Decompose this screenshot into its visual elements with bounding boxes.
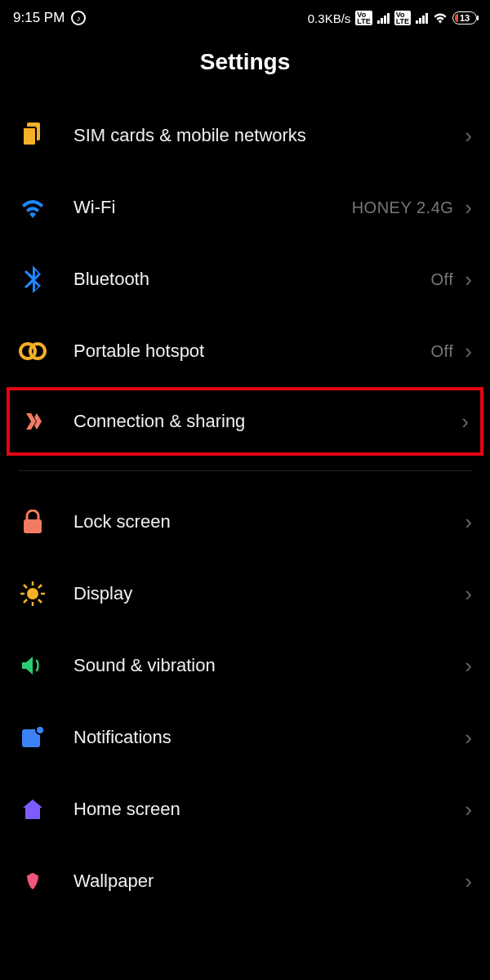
row-wallpaper[interactable]: Wallpaper › bbox=[0, 845, 490, 917]
row-label: SIM cards & mobile networks bbox=[74, 125, 465, 146]
hotspot-icon bbox=[18, 341, 47, 361]
connection-sharing-icon bbox=[21, 410, 51, 433]
row-value: HONEY 2.4G bbox=[352, 198, 454, 217]
row-label: Notifications bbox=[74, 727, 465, 748]
row-label: Connection & sharing bbox=[74, 411, 461, 432]
row-value: Off bbox=[431, 270, 454, 289]
row-notifications[interactable]: Notifications › bbox=[0, 702, 490, 773]
status-left: 9:15 PM ♪ bbox=[13, 10, 86, 26]
svg-line-13 bbox=[38, 585, 42, 588]
row-lock-screen[interactable]: Lock screen › bbox=[0, 486, 490, 558]
bluetooth-icon bbox=[18, 265, 47, 293]
chevron-right-icon: › bbox=[465, 511, 472, 532]
chevron-right-icon: › bbox=[461, 411, 469, 432]
row-wifi[interactable]: Wi-Fi HONEY 2.4G › bbox=[0, 172, 490, 243]
svg-rect-1 bbox=[23, 127, 36, 145]
chevron-right-icon: › bbox=[465, 125, 472, 146]
status-time: 9:15 PM bbox=[13, 10, 65, 26]
chevron-right-icon: › bbox=[465, 197, 472, 218]
notifications-icon bbox=[18, 726, 47, 749]
sound-icon bbox=[18, 655, 47, 676]
wifi-icon bbox=[18, 197, 47, 218]
chevron-right-icon: › bbox=[465, 583, 472, 604]
row-sim-cards[interactable]: SIM cards & mobile networks › bbox=[0, 100, 490, 172]
row-display[interactable]: Display › bbox=[0, 558, 490, 630]
home-icon bbox=[18, 798, 47, 821]
status-bar: 9:15 PM ♪ 0.3KB/s VoLTE VoLTE 13 bbox=[0, 0, 490, 33]
row-home-screen[interactable]: Home screen › bbox=[0, 773, 490, 845]
battery-icon: 13 bbox=[452, 11, 477, 24]
chevron-right-icon: › bbox=[465, 871, 472, 892]
row-hotspot[interactable]: Portable hotspot Off › bbox=[0, 315, 490, 387]
music-icon: ♪ bbox=[71, 11, 86, 25]
section-divider bbox=[18, 470, 472, 471]
row-value: Off bbox=[431, 342, 454, 361]
wallpaper-icon bbox=[18, 870, 47, 893]
row-label: Wi-Fi bbox=[74, 197, 352, 218]
row-sound[interactable]: Sound & vibration › bbox=[0, 630, 490, 702]
chevron-right-icon: › bbox=[465, 341, 472, 362]
svg-point-5 bbox=[27, 588, 38, 599]
chevron-right-icon: › bbox=[465, 799, 472, 820]
svg-point-15 bbox=[36, 726, 44, 734]
signal-icon-2 bbox=[416, 12, 428, 24]
row-label: Bluetooth bbox=[74, 269, 431, 290]
row-connection-sharing[interactable]: Connection & sharing › bbox=[7, 387, 483, 456]
svg-point-3 bbox=[30, 344, 45, 359]
row-label: Home screen bbox=[74, 799, 465, 820]
data-rate: 0.3KB/s bbox=[308, 11, 351, 25]
chevron-right-icon: › bbox=[465, 655, 472, 676]
svg-line-10 bbox=[24, 585, 27, 588]
lock-icon bbox=[18, 510, 47, 534]
svg-line-12 bbox=[24, 599, 27, 603]
row-bluetooth[interactable]: Bluetooth Off › bbox=[0, 243, 490, 315]
chevron-right-icon: › bbox=[465, 269, 472, 290]
wifi-status-icon bbox=[433, 12, 448, 24]
row-label: Sound & vibration bbox=[74, 655, 465, 676]
page-title: Settings bbox=[0, 49, 490, 75]
svg-rect-4 bbox=[24, 519, 42, 533]
sim-icon bbox=[18, 122, 47, 149]
svg-line-11 bbox=[38, 599, 42, 603]
volte-icon-1: VoLTE bbox=[355, 11, 372, 25]
signal-icon-1 bbox=[377, 12, 390, 24]
row-label: Display bbox=[74, 583, 465, 604]
row-label: Wallpaper bbox=[74, 871, 465, 892]
status-right: 0.3KB/s VoLTE VoLTE 13 bbox=[308, 11, 477, 25]
chevron-right-icon: › bbox=[465, 727, 472, 748]
settings-list: SIM cards & mobile networks › Wi-Fi HONE… bbox=[0, 100, 490, 917]
display-icon bbox=[18, 581, 47, 606]
row-label: Lock screen bbox=[74, 511, 465, 532]
battery-percent: 13 bbox=[460, 13, 470, 23]
volte-icon-2: VoLTE bbox=[394, 11, 411, 25]
row-label: Portable hotspot bbox=[74, 341, 431, 362]
